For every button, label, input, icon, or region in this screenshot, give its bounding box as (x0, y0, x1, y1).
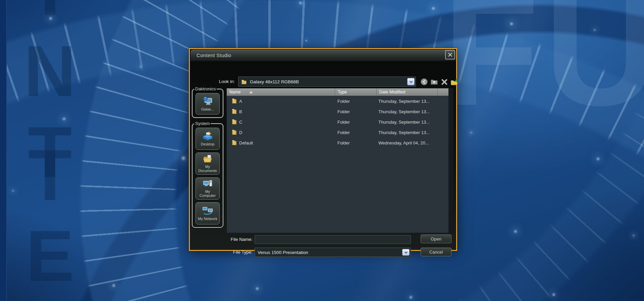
file-list-rows: A Folder Thursday, September 13... B Fol… (227, 96, 448, 148)
file-type-cell: Folder (337, 138, 350, 148)
column-header-date-modified[interactable]: Date Modified (377, 88, 438, 96)
file-type-label: File Type: (212, 248, 253, 257)
content-studio-dialog: Content Studio Look in: Galaxy 48x112 RG… (189, 48, 457, 251)
file-row-d[interactable]: D Folder Thursday, September 13... (227, 127, 448, 138)
file-list: Name Type Date Modified A (226, 88, 453, 233)
look-in-value: Galaxy 48x112 RGB68B (250, 79, 299, 84)
galaxy-display-icon (202, 96, 213, 106)
file-name-cell: D (239, 127, 242, 138)
folder-icon (232, 109, 237, 114)
folder-icon (232, 98, 237, 103)
group-label: Daktronics (194, 86, 217, 91)
chevron-down-icon (404, 250, 408, 255)
new-folder-icon (450, 78, 459, 86)
chevron-down-icon (409, 80, 413, 84)
file-date-cell: Thursday, September 13... (378, 106, 445, 117)
sidebar-item-my-documents[interactable]: My Documents (196, 153, 220, 175)
file-type-cell: Folder (337, 96, 350, 106)
file-date-cell: Thursday, September 13... (378, 127, 445, 138)
file-row-b[interactable]: B Folder Thursday, September 13... (227, 106, 448, 117)
look-in-dropdown-button[interactable] (407, 78, 415, 85)
dialog-body: Look in: Galaxy 48x112 RGB68B (190, 61, 456, 250)
column-header-name[interactable]: Name (227, 88, 335, 96)
sidebar-item-label: Galax... (201, 107, 214, 112)
desktop-icon (202, 131, 213, 141)
column-header-type[interactable]: Type (335, 88, 377, 96)
sidebar-item-my-computer[interactable]: My Computer (196, 177, 220, 200)
group-label: System (194, 121, 211, 126)
file-name-cell: B (239, 106, 242, 117)
new-folder-button[interactable] (450, 78, 459, 86)
file-type-value: Venus 1500 Presentation (258, 250, 308, 255)
file-name-input[interactable] (255, 235, 411, 244)
look-in-combobox[interactable]: Galaxy 48x112 RGB68B (238, 77, 416, 87)
close-icon (448, 52, 452, 57)
close-button[interactable] (445, 50, 455, 59)
file-row-c[interactable]: C Folder Thursday, September 13... (227, 117, 448, 127)
back-button[interactable] (420, 78, 428, 86)
up-one-level-button[interactable] (430, 78, 438, 86)
look-in-label: Look in: (200, 77, 235, 87)
folder-toolbar (420, 78, 459, 86)
file-list-header: Name Type Date Modified (227, 88, 448, 96)
folder-up-icon (430, 78, 438, 86)
back-arrow-icon (420, 78, 428, 86)
file-type-combobox[interactable]: Venus 1500 Presentation (255, 248, 411, 257)
sidebar-item-label: My Documents (197, 165, 219, 173)
cancel-button[interactable]: Cancel (421, 248, 451, 256)
file-date-cell: Wednesday, April 04, 20... (378, 138, 445, 148)
sidebar-item-label: My Network (198, 217, 217, 221)
folder-icon (241, 79, 247, 84)
folder-icon (232, 129, 237, 135)
delete-button[interactable] (440, 78, 448, 86)
file-date-cell: Thursday, September 13... (378, 96, 445, 106)
column-label: Date Modified (379, 90, 405, 94)
my-computer-icon (202, 179, 213, 188)
file-row-a[interactable]: A Folder Thursday, September 13... (227, 96, 448, 106)
file-type-dropdown-button[interactable] (402, 249, 410, 256)
wallpaper-edge-stripe (0, 0, 7, 301)
dialog-titlebar[interactable]: Content Studio (191, 50, 455, 61)
sidebar-item-label: My Computer (197, 189, 219, 198)
file-name-cell: C (239, 117, 242, 127)
my-network-icon (202, 206, 213, 216)
file-name-label: File Name: (212, 235, 253, 244)
file-name-cell: A (239, 96, 242, 106)
wallpaper-sparkles (0, 0, 1, 1)
file-row-default[interactable]: Default Folder Wednesday, April 04, 20..… (227, 138, 448, 148)
folder-icon (232, 140, 237, 145)
sidebar-item-galaxy[interactable]: Galax... (196, 93, 220, 115)
file-type-cell: Folder (337, 106, 350, 117)
folder-icon (232, 119, 237, 124)
sidebar-item-label: Desktop (201, 142, 214, 146)
sidebar-group-daktronics: Daktronics Galax... (192, 86, 223, 118)
file-type-cell: Folder (337, 127, 350, 138)
sidebar-item-my-network[interactable]: My Network (196, 202, 220, 224)
scrollbar-gutter (448, 88, 453, 233)
sort-ascending-icon (249, 91, 253, 93)
file-name-cell: Default (239, 138, 253, 148)
file-date-cell: Thursday, September 13... (378, 117, 445, 127)
column-label: Name (229, 90, 240, 94)
open-button[interactable]: Open (421, 234, 451, 243)
dialog-title: Content Studio (197, 50, 231, 61)
file-type-cell: Folder (337, 117, 350, 127)
column-header-spare (438, 88, 448, 96)
sidebar-group-system: System Desktop My Documents My Computer (192, 121, 223, 228)
places-sidebar: Daktronics Galax... System Desktop My Do… (192, 86, 223, 228)
my-documents-icon (202, 154, 213, 164)
delete-x-icon (441, 78, 448, 86)
sidebar-item-desktop[interactable]: Desktop (196, 128, 220, 150)
column-label: Type (338, 90, 347, 94)
